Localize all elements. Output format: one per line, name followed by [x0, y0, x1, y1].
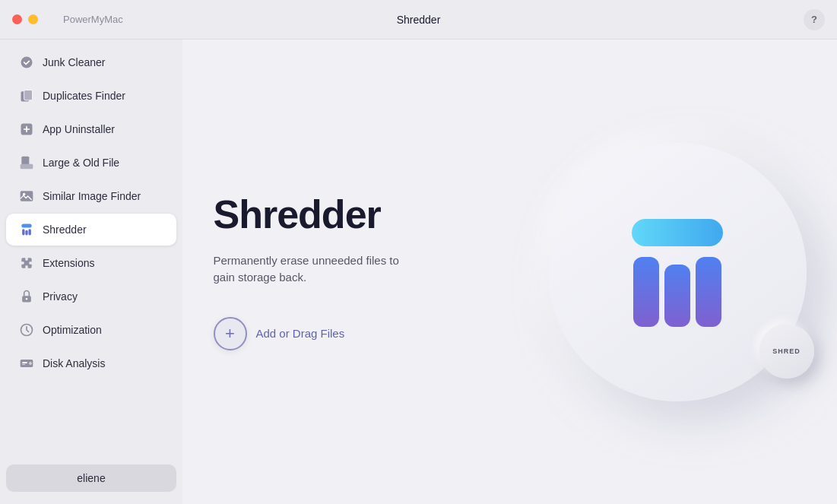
sidebar-item-app-uninstaller[interactable]: App Uninstaller [6, 113, 176, 145]
sidebar-item-similar-image-finder[interactable]: Similar Image Finder [6, 180, 176, 212]
duplicates-icon [18, 87, 35, 104]
sidebar-item-label: Large & Old File [43, 157, 119, 169]
app-name: PowerMyMac [63, 14, 123, 25]
image-icon [18, 188, 35, 204]
svg-point-13 [26, 298, 28, 300]
sidebar-item-label: Disk Analysis [43, 357, 105, 369]
sidebar-item-disk-analysis[interactable]: Disk Analysis [6, 347, 176, 379]
help-button[interactable]: ? [804, 9, 825, 30]
svg-rect-5 [21, 164, 33, 170]
sidebar-item-privacy[interactable]: Privacy [6, 281, 176, 312]
sidebar-item-label: Shredder [43, 223, 87, 236]
add-files-plus-icon: + [214, 317, 247, 350]
sidebar-item-label: Optimization [43, 324, 102, 336]
titlebar: PowerMyMac Shredder ? [0, 0, 837, 40]
svg-rect-10 [25, 230, 27, 236]
sidebar-bottom: eliene [0, 458, 182, 498]
svg-rect-18 [22, 362, 27, 363]
sidebar-item-large-old-file[interactable]: Large & Old File [6, 147, 176, 179]
sidebar-item-label: Extensions [43, 257, 94, 269]
svg-rect-11 [29, 229, 31, 235]
minimize-button[interactable] [28, 14, 38, 24]
junk-icon [18, 54, 35, 71]
sidebar-item-junk-cleaner[interactable]: Junk Cleaner [6, 46, 176, 78]
content-text: Shredder Permanently erase unneeded file… [214, 193, 503, 350]
shredder-illustration: SHRED [548, 143, 807, 401]
svg-point-0 [21, 57, 33, 68]
svg-rect-23 [696, 257, 721, 327]
svg-rect-20 [632, 219, 723, 246]
sidebar-item-duplicates-finder[interactable]: Duplicates Finder [6, 80, 176, 112]
sidebar-item-label: Junk Cleaner [43, 56, 106, 68]
svg-rect-9 [22, 229, 24, 235]
main-layout: Junk Cleaner Duplicates Finder App Unins… [0, 40, 837, 504]
sidebar-item-label: Similar Image Finder [43, 190, 141, 202]
close-button[interactable] [12, 14, 22, 24]
content-area: Shredder Permanently erase unneeded file… [182, 40, 837, 504]
content-inner: Shredder Permanently erase unneeded file… [214, 143, 807, 401]
sidebar-item-label: App Uninstaller [43, 123, 115, 135]
svg-rect-21 [633, 257, 659, 327]
svg-point-17 [30, 363, 31, 364]
svg-rect-22 [664, 265, 690, 327]
svg-rect-2 [24, 90, 33, 100]
disk-icon [18, 355, 35, 372]
user-button[interactable]: eliene [6, 464, 176, 492]
sidebar-item-label: Duplicates Finder [43, 90, 125, 102]
feature-title: Shredder [214, 193, 503, 236]
sidebar: Junk Cleaner Duplicates Finder App Unins… [0, 40, 182, 504]
sidebar-item-label: Privacy [43, 290, 78, 303]
add-files-button[interactable]: + Add or Drag Files [214, 317, 345, 350]
sidebar-item-extensions[interactable]: Extensions [6, 247, 176, 279]
shredder-nav-icon [18, 221, 35, 238]
traffic-lights [12, 14, 54, 24]
optimization-icon [18, 322, 35, 338]
privacy-icon [18, 288, 35, 305]
feature-desc: Permanently erase unneeded files to gain… [214, 252, 411, 287]
sidebar-item-optimization[interactable]: Optimization [6, 314, 176, 346]
shred-button-label: SHRED [772, 347, 801, 355]
large-file-icon [18, 154, 35, 171]
sidebar-item-shredder[interactable]: Shredder [6, 214, 176, 246]
shredder-svg [601, 196, 753, 348]
add-files-label: Add or Drag Files [256, 327, 345, 340]
svg-rect-8 [21, 224, 31, 228]
extensions-icon [18, 255, 35, 271]
shred-button[interactable]: SHRED [759, 324, 814, 379]
svg-rect-19 [22, 364, 25, 365]
uninstaller-icon [18, 121, 35, 138]
window-title: Shredder [397, 14, 441, 26]
